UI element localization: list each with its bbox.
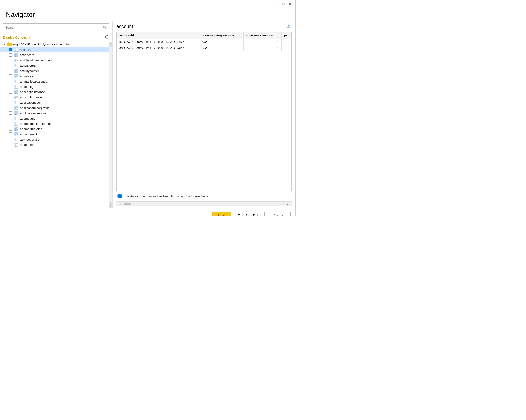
scroll-thumb[interactable] — [124, 203, 131, 205]
cell-customersizecode-2: 1 — [243, 45, 282, 51]
table-icon-appconfigmaster — [14, 95, 19, 99]
item-label-activitymimeattachment: activitymimeattachment — [20, 59, 52, 62]
tree-scroll-area[interactable]: ▼ org0b539308.crm10.dynamics.com [199] — [0, 41, 109, 208]
item-label-appconfigmaster: appconfigmaster — [20, 95, 43, 99]
scroll-track — [109, 47, 112, 202]
svg-rect-113 — [14, 143, 16, 144]
refresh-icon — [105, 36, 109, 40]
item-label-applicationuserrole: applicationuserrole — [20, 111, 46, 115]
checkbox-attachment[interactable] — [9, 143, 12, 146]
checkbox-account[interactable] — [9, 48, 12, 51]
svg-rect-35 — [14, 75, 16, 76]
svg-rect-41 — [14, 80, 16, 81]
transform-data-button[interactable]: Transform Data — [233, 212, 265, 216]
tree-item-account[interactable]: account — [0, 47, 109, 52]
preview-title: account — [116, 24, 133, 29]
cell-accountcategorycode-1: null — [199, 39, 243, 45]
checkbox-annualfiscalcalendar[interactable] — [9, 80, 12, 83]
col-header-pr: pr — [282, 32, 291, 39]
tree-item-appointment[interactable]: appointment — [0, 132, 109, 137]
checkbox-activitymimeattachment[interactable] — [9, 59, 12, 62]
svg-rect-59 — [14, 96, 16, 97]
tree-item-annotation[interactable]: annotation — [0, 73, 109, 79]
tree-item-activityparty[interactable]: activityparty — [0, 63, 109, 68]
item-label-applicationuserprofile: applicationuserprofile — [20, 106, 50, 110]
checkbox-appconfig[interactable] — [9, 85, 12, 88]
checkbox-appconfiginstance[interactable] — [9, 90, 12, 94]
item-label-activityparty: activityparty — [20, 64, 37, 67]
tree-item-attachment[interactable]: attachment — [0, 142, 109, 147]
display-options-button[interactable]: Display Options ▼ — [3, 36, 30, 39]
table-icon-appmodulecomponent — [14, 122, 19, 125]
scroll-left-button[interactable]: ‹ — [117, 202, 123, 206]
page-title: Navigator — [0, 8, 295, 21]
tree-item-applicationuserprofile[interactable]: applicationuserprofile — [0, 105, 109, 110]
tree-item-activitymimeattachment[interactable]: activitymimeattachment — [0, 58, 109, 63]
minimize-button[interactable]: ─ — [273, 1, 280, 7]
table-icon-attachment — [14, 143, 19, 147]
truncate-notice-text: The data in the preview has been truncat… — [124, 195, 209, 198]
tree-item-appmodule[interactable]: appmodule — [0, 116, 109, 121]
checkbox-applicationuserrole[interactable] — [9, 111, 12, 115]
scroll-right-button[interactable]: › — [285, 202, 291, 206]
table-row: 89D7A7D0-292A-EB11-BF68-000D3AFC74D7 nul… — [117, 45, 291, 51]
search-bar: 🔍 — [3, 23, 110, 31]
tree-root-node[interactable]: ▼ org0b539308.crm10.dynamics.com [199] — [0, 41, 109, 47]
data-table-wrapper[interactable]: accountid accountcategorycode customersi… — [116, 32, 292, 191]
item-label-annualfiscalcalendar: annualfiscalcalendar — [20, 80, 49, 83]
search-input[interactable] — [3, 24, 101, 31]
table-icon-applicationuser — [14, 101, 19, 104]
search-button[interactable]: 🔍 — [101, 23, 109, 31]
checkbox-activitypointer[interactable] — [9, 69, 12, 72]
right-panel: account accountid accountcategorycode cu… — [112, 21, 295, 208]
tree-item-appconfigmaster[interactable]: appconfigmaster — [0, 94, 109, 100]
preview-refresh-button[interactable] — [286, 23, 292, 30]
tree-item-applicationuserrole[interactable]: applicationuserrole — [0, 110, 109, 116]
checkbox-appointment[interactable] — [9, 133, 12, 136]
refresh-button[interactable] — [104, 34, 110, 41]
checkbox-actioncard[interactable] — [9, 53, 12, 57]
restore-button[interactable]: □ — [280, 1, 287, 7]
info-icon: i — [117, 194, 122, 198]
checkbox-appmodulecomponent[interactable] — [9, 122, 12, 125]
cell-pr-2 — [282, 45, 291, 51]
table-icon-asyncoperation — [14, 138, 19, 141]
close-button[interactable]: ✕ — [287, 1, 293, 7]
checkbox-applicationuserprofile[interactable] — [9, 106, 12, 109]
tree-item-appmoduleroles[interactable]: appmoduleroles — [0, 126, 109, 132]
tree-item-appmodulecomponent[interactable]: appmodulecomponent — [0, 121, 109, 126]
tree-item-asyncoperation[interactable]: asyncoperation — [0, 137, 109, 142]
table-icon-activitypointer — [14, 69, 19, 73]
cancel-button[interactable]: Cancel — [267, 212, 291, 216]
item-label-appmodulecomponent: appmodulecomponent — [20, 122, 51, 125]
tree-item-appconfiginstance[interactable]: appconfiginstance — [0, 89, 109, 94]
checkbox-appmodule[interactable] — [9, 117, 12, 120]
scroll-up-button[interactable]: ▲ — [109, 41, 112, 47]
item-label-attachment: attachment — [20, 143, 35, 147]
checkbox-activityparty[interactable] — [9, 64, 12, 67]
checkbox-asyncoperation[interactable] — [9, 138, 12, 141]
item-label-account: account — [20, 48, 31, 51]
table-icon-activityparty — [14, 64, 19, 67]
checkbox-applicationuser[interactable] — [9, 101, 12, 104]
checkbox-appmoduleroles[interactable] — [9, 127, 12, 131]
tree-item-applicationuser[interactable]: applicationuser — [0, 100, 109, 105]
scroll-down-button[interactable]: ▼ — [109, 202, 112, 208]
horizontal-scrollbar[interactable]: ‹ › — [116, 201, 292, 206]
truncate-notice: i The data in the preview has been trunc… — [116, 191, 292, 201]
item-label-appmoduleroles: appmoduleroles — [20, 127, 42, 131]
load-button[interactable]: Load — [212, 212, 231, 216]
checkbox-annotation[interactable] — [9, 74, 12, 78]
svg-rect-17 — [14, 59, 16, 60]
checkbox-appconfigmaster[interactable] — [9, 95, 12, 99]
tree-item-activitypointer[interactable]: activitypointer — [0, 68, 109, 73]
svg-rect-47 — [14, 85, 16, 86]
svg-rect-53 — [14, 91, 16, 92]
svg-rect-29 — [14, 69, 16, 70]
table-icon-appointment — [14, 132, 19, 136]
tree-item-appconfig[interactable]: appconfig — [0, 84, 109, 89]
item-label-asyncoperation: asyncoperation — [20, 138, 41, 141]
svg-rect-83 — [14, 117, 16, 118]
tree-item-actioncard[interactable]: actioncard — [0, 52, 109, 58]
tree-item-annualfiscalcalendar[interactable]: annualfiscalcalendar — [0, 79, 109, 84]
